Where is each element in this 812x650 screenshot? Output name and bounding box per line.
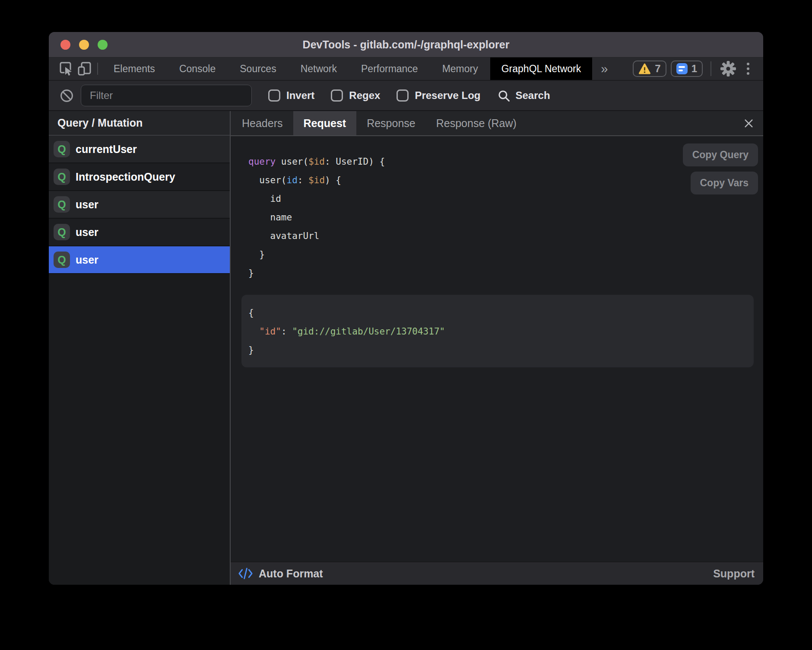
preserve-log-checkbox[interactable]: Preserve Log [396,89,480,102]
request-variables-code: { "id": "gid://gitlab/User/13704317" } [248,304,754,360]
copy-query-button[interactable]: Copy Query [683,143,758,166]
device-toolbar-icon[interactable] [76,60,94,78]
tab-request[interactable]: Request [293,111,357,135]
query-name: IntrospectionQuery [76,171,175,183]
message-icon [676,63,688,74]
close-panel-button[interactable] [741,111,756,135]
tab-memory[interactable]: Memory [430,57,490,80]
auto-format-button[interactable]: Auto Format [238,567,323,580]
search-label: Search [515,89,550,102]
warning-icon [638,63,651,75]
panel-footer: Auto Format Support [231,561,763,585]
detail-tabbar: Headers Request Response Response (Raw) [231,111,763,136]
checkbox-box [331,89,343,102]
regex-checkbox[interactable]: Regex [331,89,380,102]
query-name: user [76,198,98,211]
query-name: user [76,254,98,266]
close-icon [744,118,754,128]
checkbox-box [268,89,280,102]
filter-toolbar: Invert Regex Preserve Log Search [49,80,763,111]
query-list-item[interactable]: Q user [49,219,230,246]
regex-label: Regex [349,89,380,102]
sidebar-header: Query / Mutation [49,111,230,136]
query-type-badge: Q [54,169,70,185]
devtools-tabbar: Elements Console Sources Network Perform… [49,57,763,80]
copy-vars-button[interactable]: Copy Vars [691,172,758,194]
devtools-window: DevTools - gitlab.com/-/graphql-explorer… [49,32,763,585]
close-window-button[interactable] [60,40,70,50]
copy-buttons: Copy Query Copy Vars [683,143,758,194]
maximize-window-button[interactable] [98,40,108,50]
tab-elements[interactable]: Elements [102,57,167,80]
messages-count: 1 [691,63,697,75]
query-list-item[interactable]: Q currentUser [49,136,230,163]
request-panel-body: Copy Query Copy Vars query user($id: Use… [231,136,763,561]
traffic-lights [60,32,108,57]
tab-sources[interactable]: Sources [228,57,288,80]
query-type-badge: Q [54,141,70,157]
filter-input[interactable] [81,85,252,106]
window-title: DevTools - gitlab.com/-/graphql-explorer [303,38,510,51]
settings-gear-icon[interactable] [719,60,737,78]
auto-format-label: Auto Format [259,567,323,580]
tab-response[interactable]: Response [356,111,426,135]
query-type-badge: Q [54,252,70,268]
query-list-item[interactable]: Q user [49,191,230,219]
auto-format-icon [238,567,253,580]
search-button[interactable]: Search [498,89,550,102]
sidebar: Query / Mutation Q currentUser Q Introsp… [49,111,231,585]
checkbox-box [396,89,409,102]
tab-network[interactable]: Network [289,57,349,80]
search-icon [498,89,510,102]
query-type-badge: Q [54,196,70,213]
invert-label: Invert [286,89,314,102]
query-list-item[interactable]: Q IntrospectionQuery [49,163,230,191]
tab-headers[interactable]: Headers [232,111,293,135]
warnings-count: 7 [655,63,660,75]
toolbar-divider [710,61,711,76]
sidebar-empty-area [49,274,230,585]
clear-filter-icon[interactable] [59,86,74,105]
query-name: user [76,226,98,239]
preserve-log-label: Preserve Log [415,89,480,102]
tab-performance[interactable]: Performance [349,57,430,80]
titlebar: DevTools - gitlab.com/-/graphql-explorer [49,32,763,57]
more-tabs-chevron-icon[interactable]: » [592,57,616,80]
main-content: Query / Mutation Q currentUser Q Introsp… [49,111,763,585]
tab-response-raw[interactable]: Response (Raw) [426,111,527,135]
inspect-element-icon[interactable] [57,60,76,78]
tab-graphql-network[interactable]: GraphQL Network [490,57,593,80]
minimize-window-button[interactable] [79,40,89,50]
tabbar-right-controls: 7 1 [633,60,763,78]
query-name: currentUser [76,143,137,156]
more-options-icon[interactable] [742,60,755,78]
request-variables-box: { "id": "gid://gitlab/User/13704317" } [241,295,754,367]
warnings-badge[interactable]: 7 [633,61,666,77]
messages-badge[interactable]: 1 [671,61,703,77]
query-list-item-selected[interactable]: Q user [49,246,230,274]
toolbar-divider [97,63,98,75]
invert-checkbox[interactable]: Invert [268,89,314,102]
support-link[interactable]: Support [713,567,755,580]
detail-panel: Headers Request Response Response (Raw) … [231,111,763,585]
query-type-badge: Q [54,224,70,240]
tab-console[interactable]: Console [167,57,228,80]
